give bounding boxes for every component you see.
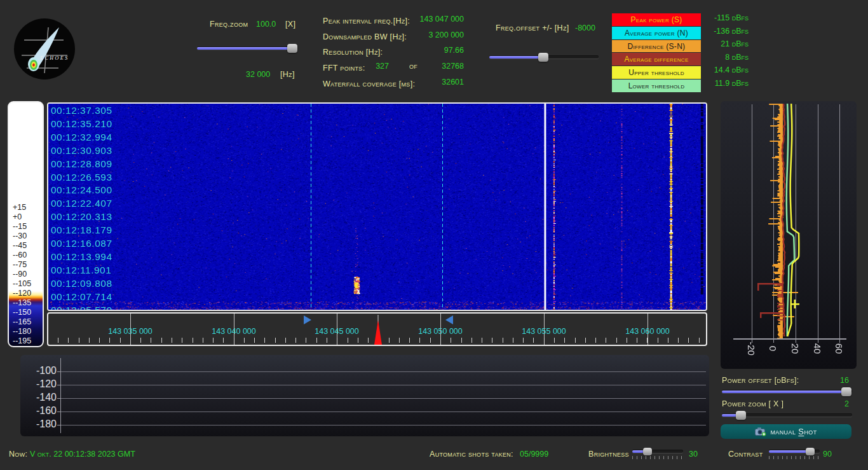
freq-zoom-slider[interactable] [197, 44, 297, 53]
power-offset-label: Power offset [dBfs]: [722, 376, 799, 385]
scale-label: --45 [13, 241, 31, 251]
power-graph-tick [57, 411, 60, 412]
scale-label: --195 [13, 336, 31, 346]
power-graph-tick-label: -120 [20, 378, 57, 390]
stat-label: Resolution [Hz]: [323, 48, 383, 57]
brightness-slider[interactable] [632, 448, 683, 455]
freq-offset-label: Freq.offset +/- [Hz] [496, 24, 569, 32]
timestamp: 00:12:13.994 [51, 251, 112, 264]
fft-points-used: 327 [367, 62, 389, 71]
scale-label: --120 [13, 289, 31, 298]
svg-text:ECHOES: ECHOES [39, 55, 69, 61]
legend-average-difference-button[interactable]: Average difference [612, 53, 701, 66]
timestamp: 00:12:16.087 [51, 237, 112, 251]
contrast-slider-handle[interactable] [806, 448, 815, 455]
timestamp: 00:12:35.210 [51, 118, 112, 131]
upper-threshold-reading: 14.4 dBfs [698, 66, 749, 74]
scale-label: +15 [13, 203, 31, 212]
auto-shots-count: 05/9999 [520, 450, 548, 459]
scale-label: --105 [13, 279, 31, 289]
freq-offset-slider-handle[interactable] [538, 53, 548, 62]
scale-label: --60 [13, 251, 31, 260]
waterfall-canvas[interactable] [48, 104, 706, 310]
interval-start-marker[interactable] [304, 315, 311, 324]
brightness-value: 30 [689, 450, 698, 459]
power-graph-tick [57, 385, 60, 385]
timestamp: 00:12:11.901 [51, 264, 112, 277]
stat-value: 143 047 000 [419, 15, 464, 24]
legend-average-power-button[interactable]: Average power (N) [612, 27, 701, 39]
power-zoom-value: 2 [826, 399, 849, 408]
power-zoom-label: Power zoom [ X ] [722, 399, 783, 408]
contrast-slider[interactable] [769, 448, 820, 455]
legend-peak-power-button[interactable]: Peak power (S) [612, 13, 701, 26]
power-graph-gridline [61, 398, 706, 399]
average-power-reading: -136 dBfs [698, 27, 749, 36]
power-zoom-slider-handle[interactable] [736, 411, 746, 420]
power-graph-gridline [61, 371, 706, 372]
power-offset-slider[interactable] [722, 387, 852, 396]
manual-shot-button[interactable]: manual Shot [721, 424, 851, 439]
legend-difference-button[interactable]: Difference (S-N) [612, 40, 701, 53]
freq-tick-label: 143 035 000 [95, 327, 165, 336]
stat-label: FFT points: [323, 64, 365, 73]
spectrum-traces-canvas [721, 101, 857, 342]
power-graph-gridline [61, 411, 706, 412]
freq-tick-label: 143 060 000 [613, 327, 682, 336]
scale-label: --165 [13, 317, 31, 327]
freq-zoom-slider-handle[interactable] [287, 44, 297, 53]
freq-zoom-slider-fill [197, 47, 294, 50]
freq-offset-slider[interactable] [489, 53, 599, 62]
spectrum-axis-label: 20 [790, 335, 801, 363]
power-graph-tick-label: -160 [20, 405, 57, 417]
power-graph-tick [57, 398, 60, 399]
fft-of-label: of [409, 62, 417, 71]
now-label: Now: [9, 450, 27, 459]
spectrum-axis-label: 0 [768, 335, 778, 363]
freq-tick-label: 143 055 000 [509, 327, 579, 336]
stat-label: Peak interval freq.[Hz]: [323, 17, 410, 25]
lower-threshold-reading: 11.9 dBfs [698, 79, 749, 88]
legend-upper-threshold-button[interactable]: Upper threshold [612, 66, 701, 79]
power-zoom-slider[interactable] [722, 411, 852, 420]
timestamp: 00:12:05.570 [51, 304, 112, 311]
spectrum-axis-label: -20 [747, 335, 757, 363]
waterfall-timestamps: 00:12:37.305 00:12:35.210 00:12:32.994 0… [51, 104, 112, 311]
power-offset-slider-handle[interactable] [841, 387, 851, 396]
stat-value: 32601 [442, 78, 464, 86]
timestamp: 00:12:22.407 [51, 197, 112, 211]
stat-row-fft: FFT points: 327 of 32768 [323, 62, 464, 73]
freq-offset-slider-fill [489, 56, 543, 59]
dbfs-color-scale: +15 +0 --15 --30 --45 --60 --75 --90 --1… [8, 101, 44, 347]
camera-icon [755, 427, 766, 436]
power-graph-gridline [61, 385, 706, 385]
scale-label: --180 [13, 327, 31, 336]
scale-label: --150 [13, 308, 31, 317]
freq-tick-label: 143 045 000 [302, 327, 372, 336]
timestamp: 00:12:07.714 [51, 291, 112, 304]
timestamp: 00:12:24.500 [51, 184, 112, 197]
interval-end-marker[interactable] [445, 315, 453, 324]
power-graph-tick-label: -180 [20, 418, 57, 430]
freq-zoom-unit: [X] [285, 20, 295, 29]
power-graph-axis [60, 358, 61, 433]
power-graph-tick [57, 371, 60, 372]
timestamp: 00:12:28.809 [51, 158, 112, 171]
timestamp: 00:12:30.903 [51, 144, 112, 158]
power-graph-gridline [61, 425, 706, 425]
stats-block: Peak interval freq.[Hz]: 143 047 000 Dow… [323, 15, 464, 90]
stat-row: Resolution [Hz]: 97.66 [323, 46, 464, 57]
power-history-graph: -100 -120 -140 -160 -180 [20, 355, 709, 436]
average-difference-reading: 8 dBfs [698, 53, 749, 62]
contrast-slider-fill [769, 450, 810, 453]
stat-row: Peak interval freq.[Hz]: 143 047 000 [323, 15, 464, 26]
contrast-value: 90 [823, 450, 832, 459]
timestamp: 00:12:26.593 [51, 171, 112, 184]
legend-lower-threshold-button[interactable]: Lower threshold [612, 79, 701, 92]
freq-tick-label: 143 050 000 [405, 327, 475, 336]
freq-span-value: 32 000 [246, 70, 270, 79]
spectrum-axis-label: 60 [834, 335, 844, 363]
waterfall-display[interactable]: 00:12:37.305 00:12:35.210 00:12:32.994 0… [47, 102, 707, 311]
timestamp: 00:12:32.994 [51, 131, 112, 144]
brightness-slider-handle[interactable] [643, 448, 652, 455]
